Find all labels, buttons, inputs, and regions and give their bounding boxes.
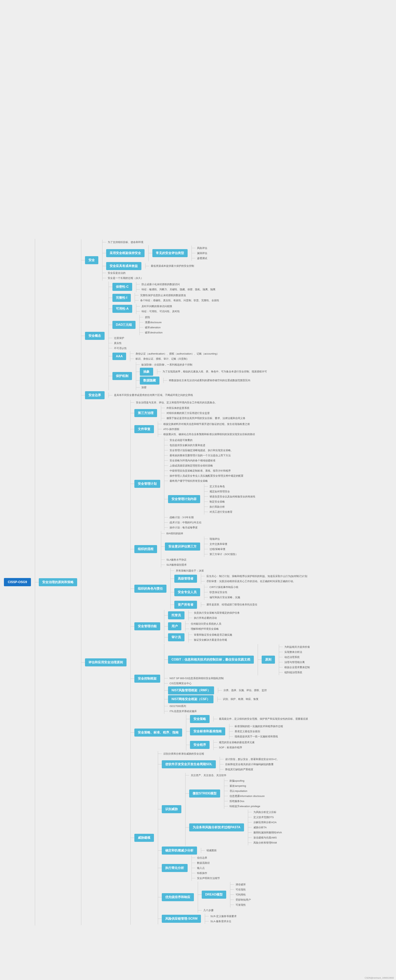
tree-node[interactable]: 保密性-C防止或最小化未经授权的数据访问特征：敏感性、判断力、关键性、隐藏、保密… xyxy=(112,282,269,292)
tree-node[interactable]: 脆弱性漏洞和脆弱性WVA xyxy=(252,830,284,835)
tree-node[interactable]: 托管员负责执行安全策略与高管规定的保护任务执行所有必要的活动 xyxy=(168,610,241,620)
tree-node[interactable]: 基准定义最低安全级别 xyxy=(233,729,285,733)
tree-node[interactable]: 最终用户遵守守组织所有安全策略 xyxy=(168,479,257,483)
tree-node[interactable]: 高级管理者应当关心：制订计划、策略和程序以保护组织的利益。知道应采取什么行为(如… xyxy=(174,574,309,584)
tree-node[interactable]: 包括提供安全解决的方案和改进 xyxy=(168,443,257,447)
tree-node[interactable]: 第三方治理外部实体的监督系统对组织依赖的第三方应用进行安全监督侧重于验证是否符合… xyxy=(135,406,311,421)
tree-node[interactable]: DAD三元组损毁泄露disclosure破坏alteration破坏destru… xyxy=(112,315,269,335)
tree-node[interactable]: 标识、身份认证、授权、审计、记账（问责制） xyxy=(134,357,220,361)
tree-node[interactable]: 安全管理计划应确定清晰地描述、执行和实现安全策略。 xyxy=(168,448,257,453)
root-node[interactable]: CISSP-OSG9 安全治理的原则和策略 安全为了支持组织目标、使命和环境采用… xyxy=(4,239,311,926)
tree-node[interactable]: SLA服务水平协议 xyxy=(165,558,239,562)
tree-node[interactable]: 可发现性 xyxy=(234,903,252,907)
tree-node[interactable]: 治理与管理相分离 xyxy=(283,660,311,665)
tree-node[interactable]: 是具有不同安全要求或需求的任何两个区域、子网或环境之间的交界线 xyxy=(112,393,195,397)
tree-node[interactable]: 识别威胁关注资产、关注攻击、关注软件微软STRIDE模型欺骗spoofing篡改… xyxy=(162,773,284,846)
tree-node[interactable]: 漏洞评估 xyxy=(195,251,209,255)
tree-node[interactable]: 损毁 xyxy=(143,315,164,320)
tree-node[interactable]: 战术计划：中期的约1年左右 xyxy=(168,520,257,525)
tree-node[interactable]: 执行简化分析信任边界数据流路径输入点特权操作安全声明和方法细节 xyxy=(162,855,284,881)
tree-node[interactable]: 战略计划：3-5年长期 xyxy=(168,515,257,520)
tree-node[interactable]: 破坏alteration xyxy=(143,325,164,330)
tree-node[interactable]: 审计员审查和验证安全策略是否正确实施验证安全解决方案是否合符规 xyxy=(168,632,241,643)
tree-node[interactable]: 通常是高管、经理或部门管理任务所托任责任 xyxy=(205,603,259,607)
tree-node[interactable]: 对组织依赖的第三方应用进行安全监督 xyxy=(165,411,247,415)
tree-node[interactable]: 抽象为了实现高效率，相似的元素放入组、类、角色中。可为集合本进行安全控制、指派授… xyxy=(140,368,269,376)
tree-node[interactable]: 设计阶段，默认安全，部署和通信安全SD3+C。 xyxy=(224,757,281,762)
tree-node[interactable]: 安全应具有成本效益最低资源成本提供最大保护的安全控制 xyxy=(106,262,209,270)
tree-node[interactable]: 文件审查根据交换材料并对相关信息和细节展开进行验证的过程。发生在现场检查之前AT… xyxy=(135,422,311,437)
tree-node[interactable]: 为业务和风险分析技术过程PASTA为风险分析定义目标定义技术范围DTS分解应用和… xyxy=(189,810,284,845)
tree-node[interactable]: 外部实体的监督系统 xyxy=(165,406,247,410)
tree-node[interactable]: 否认repudiation xyxy=(228,789,266,793)
tree-node[interactable]: 定义技术范围DTS xyxy=(252,815,284,819)
tree-node[interactable]: 资产所有者通常是高管、经理或部门管理任务所托任责任 xyxy=(174,601,309,609)
tree-node[interactable]: 定义安全角色 xyxy=(208,484,257,488)
tree-node[interactable]: 组织的角色与责任所有策略问题在于：决策高级管理者应当关心：制订计划、策略和程序以… xyxy=(135,568,311,609)
tree-node[interactable]: NIST网络安全框架（CSF）识别、保护、检测、响应、恢复 xyxy=(168,695,311,703)
tree-node[interactable]: 编写和执行安全策略，实施 xyxy=(208,595,242,600)
tree-node[interactable]: 缩减图面 xyxy=(205,848,218,853)
tree-node[interactable]: 及时不间断的客体访问权限 xyxy=(140,304,181,309)
tree-node[interactable]: AAA身份认证（authentication）、授权（authorization… xyxy=(112,351,269,361)
tree-node[interactable]: 制定安全策略 xyxy=(208,500,257,504)
tree-node[interactable]: 文件交换和审查 xyxy=(208,542,239,546)
tree-node[interactable]: 最有效的整体完善管理计划的一个方法是自上而下方法 xyxy=(168,453,257,458)
tree-node[interactable]: ATO-操作授权 xyxy=(162,427,257,431)
tree-node[interactable]: 安全策略为环境内内的各个领域创建标准 xyxy=(168,458,257,463)
tree-node[interactable]: 欺骗spoofing xyxy=(228,779,266,783)
tree-node[interactable]: ITIL信息技术基础设施库 xyxy=(168,709,311,713)
tree-node[interactable]: 信息透露information disclosure xyxy=(228,794,266,798)
tree-node[interactable]: 安全是一个长期的过程（永久） xyxy=(106,276,209,280)
tree-node[interactable]: 执行所有必要的活动 xyxy=(192,616,241,620)
tree-node[interactable]: DREAD模型潜在破坏可在现性可利用性受影响知用户可发现性 xyxy=(202,882,252,907)
tree-node[interactable]: 受影响知用户 xyxy=(234,898,252,902)
tree-node[interactable]: 破坏destruction xyxy=(143,331,164,335)
level1-node[interactable]: 安全治理的原则和策略 安全为了支持组织目标、使命和环境采用安全框架保持安全常见的… xyxy=(39,239,311,925)
tree-node[interactable]: 输入点 xyxy=(195,866,222,870)
tree-node[interactable]: 任何能访问受全系统的人员 xyxy=(189,622,223,626)
tree-node[interactable]: 为了实现高效率，相似的元素放入组、类、角色中。可为集合本进行安全控制、指派授权许… xyxy=(161,369,269,374)
tree-node[interactable]: 理解和维护环境安全策略 xyxy=(189,627,223,631)
tree-node[interactable]: 谁该负责安全以及如何检验安全的有效性 xyxy=(208,495,257,499)
tree-node[interactable]: 执行风险分析 xyxy=(208,505,257,509)
tree-node[interactable]: 根据遵从性、确保站点符合业务预期和标准以保障组织的深度实现安全目标的路径 xyxy=(162,432,257,436)
tree-node[interactable]: 数据隐藏将数据放在主体无法访问或看到的逻辑存储空间的位置或数据范围盲区内 xyxy=(140,377,269,385)
tree-node[interactable]: 完整性-I完整性保护信息防止未经授权的数据更改各个特征：准确性、真实性、有效性、… xyxy=(112,293,269,303)
tree-node[interactable]: 防止或最小化未经授权的数据访问 xyxy=(140,282,217,286)
tree-node[interactable]: 实现整体分析法 xyxy=(283,650,311,654)
tree-node[interactable]: 特权操作 xyxy=(195,871,222,875)
tree-node[interactable]: SLR服务级别需求 xyxy=(165,563,239,567)
tree-node[interactable]: 上级或高级应该制定理想安全组织策略 xyxy=(168,463,257,468)
tree-node[interactable]: 过程/策略审查 xyxy=(208,547,239,551)
tree-node[interactable]: 安全控制框架COBIT：信息和相关技术的控制目标，最佳安全实践文档原则为利益相关… xyxy=(135,644,311,714)
tree-node[interactable]: 攻击建模与仿真AMS xyxy=(252,835,284,840)
tree-node[interactable]: 真实性 xyxy=(112,341,269,345)
tree-node[interactable]: 尽职审查：实践活动维持应该关心工作的活动。在正确的时间采取正确的行动。 xyxy=(205,579,309,584)
tree-node[interactable]: 端到端治理系统 xyxy=(283,670,311,675)
tree-node[interactable]: 过度保护 xyxy=(112,336,269,340)
tree-node[interactable]: 识别、保护、检测、响应、恢复 xyxy=(221,697,260,701)
tree-node[interactable]: 安全为了支持组织目标、使命和环境采用安全框架保持安全常见的安全评估类型风险评估漏… xyxy=(85,240,311,281)
tree-node[interactable]: 安全应是合法的 xyxy=(106,271,209,275)
tree-node[interactable]: SLR-定义服务等级要求 xyxy=(209,914,238,918)
tree-node[interactable]: 对员工进行安全教育 xyxy=(208,510,257,514)
tree-node[interactable]: 现场评估 xyxy=(208,537,239,541)
tree-node[interactable]: 职责保证安全性 xyxy=(208,590,242,595)
tree-node[interactable]: 威胁建模识别分类和分析潜在威胁的安全过程使软件开发安全开发生命周期SDL设计阶段… xyxy=(135,751,311,924)
tree-node[interactable]: 安全专业人员CIRT计算机事件响应小组职责保证安全性编写和执行安全策略，实施 xyxy=(174,585,309,600)
tree-node[interactable]: 风险供应链管理-SCRMSLR-定义服务等级要求SLA-服务需求水位 xyxy=(162,914,284,924)
tree-node[interactable]: 可利用性 xyxy=(234,892,252,897)
tree-node[interactable]: 确定和饥饿减少分析缩减图面 xyxy=(162,846,284,854)
tree-node[interactable]: 识别分类和分析潜在威胁的安全过程 xyxy=(162,752,284,756)
tree-node[interactable]: 可用性-A及时不间断的客体访问权限特征：可用性、可访问性、及时性 xyxy=(112,304,269,314)
tree-node[interactable]: 标准强制的统一实施的技术和程序操作过程 xyxy=(233,724,285,729)
tree-node[interactable]: 根据交换材料并对相关信息和细节展开进行验证的过程。发生在现场检查之前 xyxy=(162,422,257,426)
tree-node[interactable]: 安全声明和方法细节 xyxy=(195,876,222,880)
tree-node[interactable]: 安全边界是具有不同安全要求或需求的任何两个区域、子网或环境之间的交界线 xyxy=(85,391,311,399)
tree-node[interactable]: 安全策略最高级文件，定义组织的安全范围、保护资产和实现安全性的目标。需要最后派 xyxy=(190,715,310,723)
tree-node[interactable]: 特权提升elevation privilege xyxy=(228,804,266,808)
tree-node[interactable]: 可在现性 xyxy=(234,888,252,892)
tree-node[interactable]: 威胁分析TA xyxy=(252,826,284,830)
tree-node[interactable]: 篡改tampering xyxy=(228,784,266,788)
